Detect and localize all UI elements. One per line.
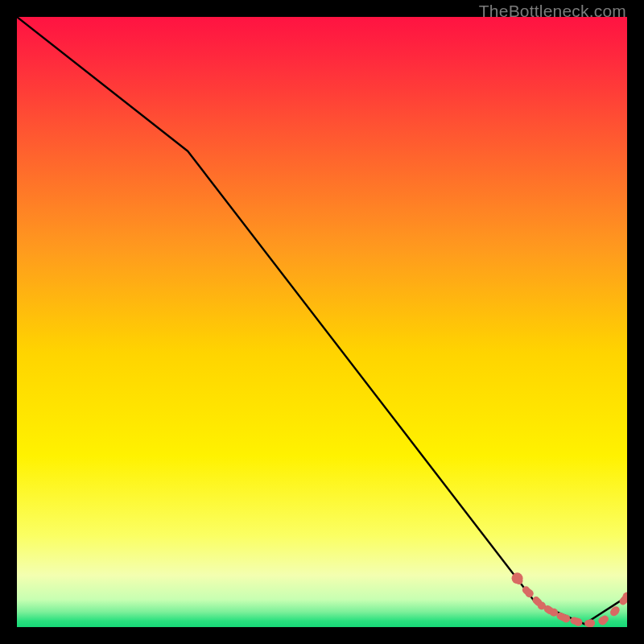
highlight-marker — [611, 607, 619, 615]
highlight-marker — [599, 617, 607, 625]
highlight-marker — [574, 618, 582, 626]
highlight-marker — [538, 601, 546, 609]
highlight-marker — [526, 589, 534, 597]
highlight-marker — [562, 614, 570, 622]
chart-svg — [17, 17, 627, 627]
highlight-marker — [587, 619, 595, 627]
highlight-marker — [550, 609, 558, 617]
chart-plot — [17, 17, 627, 627]
watermark-text: TheBottleneck.com — [479, 2, 626, 21]
chart-stage: TheBottleneck.com — [0, 0, 644, 644]
gradient-background — [17, 17, 627, 627]
highlight-marker — [512, 572, 523, 584]
